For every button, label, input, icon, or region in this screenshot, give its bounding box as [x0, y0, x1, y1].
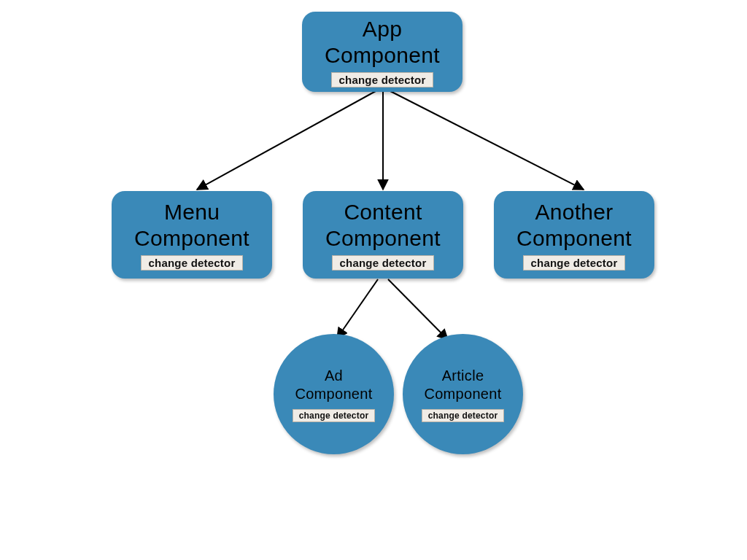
title-line1: Ad [325, 368, 343, 384]
node-another: Another Component change detector [494, 191, 654, 279]
title-line1: Article [442, 368, 484, 384]
edge-content-article [388, 279, 448, 340]
title-line2: Component [325, 226, 441, 250]
node-title: Menu Component [134, 199, 249, 251]
title-line2: Component [295, 386, 372, 402]
node-app: App Component change detector [302, 12, 462, 92]
title-line2: Component [516, 226, 632, 250]
change-detector-badge: change detector [331, 72, 434, 88]
title-line1: App [363, 17, 402, 41]
title-line1: Another [535, 200, 613, 224]
title-line1: Menu [164, 200, 220, 224]
title-line1: Content [344, 200, 422, 224]
change-detector-badge: change detector [332, 255, 435, 271]
node-title: Content Component [325, 199, 441, 251]
change-detector-badge: change detector [141, 255, 244, 271]
change-detector-badge: change detector [523, 255, 626, 271]
edge-app-menu [197, 91, 376, 190]
node-title: Ad Component [295, 367, 372, 403]
title-line2: Component [424, 386, 501, 402]
node-menu: Menu Component change detector [112, 191, 272, 279]
title-line2: Component [134, 226, 249, 250]
node-title: App Component [325, 16, 440, 68]
node-title: Article Component [424, 367, 501, 403]
node-ad: Ad Component change detector [274, 334, 394, 454]
edge-app-another [390, 91, 584, 190]
change-detector-badge: change detector [293, 409, 376, 422]
title-line2: Component [325, 43, 440, 67]
edge-content-ad [337, 279, 378, 338]
change-detector-badge: change detector [422, 409, 505, 422]
node-title: Another Component [516, 199, 632, 251]
node-content: Content Component change detector [303, 191, 463, 279]
node-article: Article Component change detector [403, 334, 523, 454]
